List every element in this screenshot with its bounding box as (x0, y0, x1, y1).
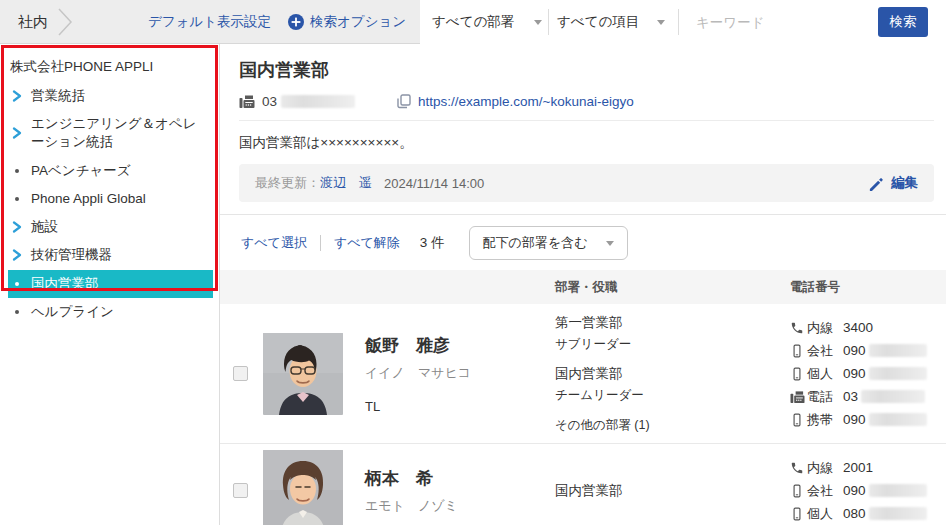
sidebar-item-label: 営業統括 (31, 87, 85, 105)
member-role: サブリーダー (555, 336, 790, 353)
edit-button[interactable]: 編集 (868, 174, 918, 192)
department-phone-prefix: 03 (262, 94, 277, 109)
mobile-phone-icon (790, 413, 804, 427)
sidebar-item-engineering-operations[interactable]: エンジニアリング＆オペレーション統括 (8, 110, 213, 156)
sidebar-item-eigyo-tokatsu[interactable]: 営業統括 (8, 82, 213, 110)
sidebar-item-helpline[interactable]: ヘルプライン (8, 298, 213, 326)
divider (239, 120, 934, 121)
last-updated-by-link[interactable]: 渡辺 遥 (320, 174, 372, 192)
mobile-phone-icon (790, 484, 804, 498)
phone-label: 内線 (807, 319, 839, 337)
list-controls: すべて選択 すべて解除 3 件 配下の部署を含む (239, 215, 934, 270)
redacted-phone (869, 484, 927, 497)
bullet-icon (15, 282, 19, 286)
mobile-phone-icon (790, 507, 804, 521)
last-updated-label: 最終更新： (255, 174, 320, 192)
sidebar-item-label: Phone Appli Global (31, 190, 146, 208)
member-department: 第一営業部 (555, 314, 790, 332)
sidebar-item-shisetsu[interactable]: 施設 (8, 213, 213, 241)
member-kana: エモト ノゾミ (365, 497, 555, 515)
redacted-phone (281, 95, 355, 108)
member-photo (263, 450, 343, 525)
item-filter-dropdown[interactable]: すべての項目 (557, 0, 665, 44)
chevron-right-icon (12, 249, 22, 261)
scope-dropdown-value: 配下の部署を含む (483, 234, 588, 252)
sidebar-item-kokunai-eigyobu-selected[interactable]: 国内営業部 (8, 270, 213, 298)
search-button[interactable]: 検索 (878, 7, 928, 37)
sidebar-item-gijutsu-kanri-kiki[interactable]: 技術管理機器 (8, 241, 213, 269)
sidebar-item-label: エンジニアリング＆オペレーション統括 (31, 115, 209, 151)
department-filter-dropdown[interactable]: すべての部署 (432, 0, 542, 44)
phone-label: 個人 (807, 365, 839, 383)
table-header: 部署・役職 電話番号 (220, 270, 946, 304)
sidebar-item-company-root[interactable]: 株式会社PHONE APPLI (8, 56, 213, 82)
phone-value: 3400 (843, 320, 873, 335)
search-options-label: 検索オプション (310, 13, 406, 31)
redacted-phone (869, 344, 927, 357)
member-photo (263, 333, 343, 415)
default-display-settings-link[interactable]: デフォルト表示設定 (148, 0, 271, 44)
mobile-phone-icon (790, 367, 804, 381)
sidebar-item-pa-ventures[interactable]: PAベンチャーズ (8, 157, 213, 185)
keyword-input[interactable] (696, 8, 866, 36)
page-title: 国内営業部 (239, 58, 934, 82)
phone-label: 会社 (807, 342, 839, 360)
phone-value: 090 (843, 343, 866, 358)
copy-icon[interactable] (397, 94, 411, 109)
sidebar-item-label: 国内営業部 (31, 275, 99, 293)
sidebar-item-label: PAベンチャーズ (31, 162, 131, 180)
bullet-icon (15, 197, 19, 201)
search-panel: すべての部署 すべての項目 検索 (420, 0, 946, 44)
phone-handset-icon (790, 321, 804, 335)
breadcrumb[interactable]: 社内 (18, 0, 48, 44)
row-checkbox[interactable] (233, 366, 248, 381)
result-count: 3 件 (420, 234, 445, 252)
item-filter-value: すべての項目 (557, 13, 639, 31)
phone-value: 090 (843, 412, 866, 427)
redacted-phone (869, 413, 927, 426)
phone-handset-icon (790, 461, 804, 475)
row-checkbox[interactable] (233, 483, 248, 498)
phone-value: 090 (843, 483, 866, 498)
redacted-phone (869, 507, 927, 520)
phone-value: 090 (843, 366, 866, 381)
member-title: TL (365, 399, 555, 414)
sidebar-item-label: 技術管理機器 (31, 246, 112, 264)
department-contact-row: 03 https://example.com/~kokunai-eigyo (239, 94, 934, 109)
member-kana: イイノ マサヒコ (365, 364, 555, 382)
top-bar: 社内 デフォルト表示設定 検索オプション すべての部署 すべての項目 検索 (0, 0, 946, 44)
mobile-phone-icon (790, 344, 804, 358)
phone-label: 会社 (807, 482, 839, 500)
table-row: 柄本 希 エモト ノゾミ 国内営業部 内線 2001 (220, 444, 946, 525)
phone-label: 携帯 (807, 411, 839, 429)
member-name: 柄本 希 (365, 467, 555, 490)
plus-circle-icon (288, 14, 304, 30)
column-header-phone: 電話番号 (790, 279, 946, 296)
phone-label: 個人 (807, 505, 839, 523)
app-window: 社内 デフォルト表示設定 検索オプション すべての部署 すべての項目 検索 (0, 0, 946, 525)
divider (678, 9, 679, 35)
divider (320, 235, 321, 251)
chevron-down-icon (606, 241, 614, 246)
department-detail-panel: 国内営業部 03 https://example.com/~kokunai-ei… (220, 44, 946, 525)
department-description: 国内営業部は××××××××××。 (239, 134, 934, 152)
scope-dropdown[interactable]: 配下の部署を含む (469, 226, 628, 260)
last-updated-timestamp: 2024/11/14 14:00 (384, 176, 484, 191)
other-departments-link[interactable]: その他の部署 (1) (555, 417, 790, 434)
select-all-link[interactable]: すべて選択 (241, 234, 307, 252)
chevron-down-icon (657, 20, 665, 25)
department-url-link[interactable]: https://example.com/~kokunai-eigyo (418, 94, 634, 109)
search-options-button[interactable]: 検索オプション (288, 0, 406, 44)
deselect-all-link[interactable]: すべて解除 (334, 234, 400, 252)
divider (548, 9, 549, 35)
bullet-icon (15, 310, 19, 314)
phone-value: 080 (843, 506, 866, 521)
last-updated-bar: 最終更新： 渡辺 遥 2024/11/14 14:00 編集 (239, 164, 934, 202)
sidebar-item-phone-appli-global[interactable]: Phone Appli Global (8, 185, 213, 213)
pencil-icon (868, 176, 883, 191)
chevron-right-icon (12, 127, 22, 139)
phone-value: 2001 (843, 460, 873, 475)
bullet-icon (15, 169, 19, 173)
member-name: 飯野 雅彦 (365, 334, 555, 357)
edit-button-label: 編集 (891, 174, 918, 192)
